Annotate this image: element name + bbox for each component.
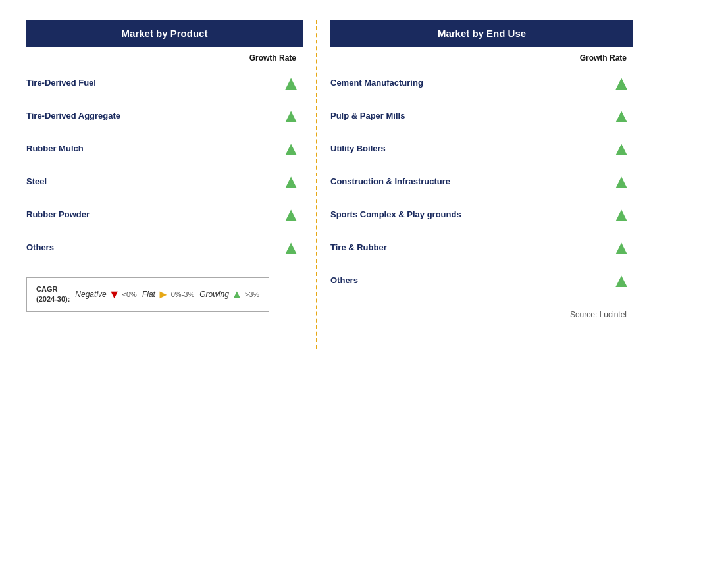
right-panel: Market by End Use Growth Rate Cement Man… <box>330 20 633 319</box>
left-item-arrow-3: ▲ <box>279 172 303 192</box>
left-item-row: Tire-Derived Aggregate ▲ <box>26 99 303 132</box>
left-item-row: Tire-Derived Fuel ▲ <box>26 67 303 99</box>
left-item-label-4: Rubber Powder <box>26 209 279 221</box>
left-item-label-1: Tire-Derived Aggregate <box>26 110 279 122</box>
negative-arrow-icon: ▼ <box>109 288 120 302</box>
right-item-row: Construction & Infrastructure ▲ <box>330 165 633 198</box>
left-item-arrow-1: ▲ <box>279 106 303 126</box>
up-arrow-icon: ▲ <box>281 73 301 93</box>
negative-label: Negative <box>75 290 106 299</box>
right-item-row: Pulp & Paper Mills ▲ <box>330 99 633 132</box>
left-panel-header: Market by Product <box>26 20 303 47</box>
up-arrow-icon: ▲ <box>281 106 301 126</box>
right-item-label-0: Cement Manufacturing <box>330 77 610 89</box>
flat-arrow-icon: ► <box>157 288 169 302</box>
right-item-label-3: Construction & Infrastructure <box>330 176 610 188</box>
left-item-row: Others ▲ <box>26 231 303 264</box>
right-item-arrow-2: ▲ <box>610 139 633 159</box>
right-item-row: Others ▲ <box>330 264 633 297</box>
left-item-label-5: Others <box>26 242 279 254</box>
left-item-label-3: Steel <box>26 176 279 188</box>
right-item-label-2: Utility Boilers <box>330 143 610 155</box>
right-item-arrow-0: ▲ <box>610 73 633 93</box>
left-item-arrow-2: ▲ <box>279 139 303 159</box>
right-item-row: Tire & Rubber ▲ <box>330 231 633 264</box>
left-item-label-2: Rubber Mulch <box>26 143 279 155</box>
right-item-row: Sports Complex & Play grounds ▲ <box>330 198 633 231</box>
right-item-label-5: Tire & Rubber <box>330 242 610 254</box>
right-item-arrow-3: ▲ <box>610 172 633 192</box>
right-items-list: Cement Manufacturing ▲ Pulp & Paper Mill… <box>330 67 633 297</box>
right-item-arrow-1: ▲ <box>610 106 633 126</box>
left-item-label-0: Tire-Derived Fuel <box>26 77 279 89</box>
up-arrow-icon: ▲ <box>281 172 301 192</box>
right-item-label-6: Others <box>330 275 610 286</box>
legend-negative: Negative ▼ <0% <box>75 288 137 302</box>
left-item-row: Rubber Powder ▲ <box>26 198 303 231</box>
up-arrow-icon: ▲ <box>611 106 631 126</box>
left-item-row: Rubber Mulch ▲ <box>26 132 303 165</box>
up-arrow-icon: ▲ <box>281 139 301 159</box>
growing-arrow-icon: ▲ <box>231 288 243 302</box>
up-arrow-icon: ▲ <box>611 238 631 257</box>
left-items-list: Tire-Derived Fuel ▲ Tire-Derived Aggrega… <box>26 67 303 264</box>
growing-range: >3% <box>245 290 259 298</box>
right-item-arrow-4: ▲ <box>610 205 633 225</box>
up-arrow-icon: ▲ <box>611 73 631 93</box>
left-growth-label: Growth Rate <box>26 53 303 63</box>
left-item-arrow-4: ▲ <box>279 205 303 225</box>
right-item-label-1: Pulp & Paper Mills <box>330 110 610 122</box>
left-item-row: Steel ▲ <box>26 165 303 198</box>
legend-growing: Growing ▲ >3% <box>199 288 259 302</box>
flat-label: Flat <box>142 290 155 299</box>
negative-range: <0% <box>122 290 137 298</box>
left-item-arrow-5: ▲ <box>279 238 303 257</box>
right-item-arrow-6: ▲ <box>610 271 633 290</box>
up-arrow-icon: ▲ <box>281 238 301 257</box>
right-panel-header: Market by End Use <box>330 20 633 47</box>
right-item-row: Utility Boilers ▲ <box>330 132 633 165</box>
legend-flat: Flat ► 0%-3% <box>142 288 194 302</box>
up-arrow-icon: ▲ <box>281 205 301 225</box>
legend-box: CAGR(2024-30): Negative ▼ <0% Flat ► 0%-… <box>26 277 269 312</box>
right-item-row: Cement Manufacturing ▲ <box>330 67 633 99</box>
left-panel: Market by Product Growth Rate Tire-Deriv… <box>26 20 303 312</box>
up-arrow-icon: ▲ <box>611 271 631 290</box>
up-arrow-icon: ▲ <box>611 205 631 225</box>
right-growth-label: Growth Rate <box>330 53 633 63</box>
source-text: Source: Lucintel <box>330 310 633 319</box>
growing-label: Growing <box>199 290 229 299</box>
right-item-label-4: Sports Complex & Play grounds <box>330 209 610 221</box>
right-item-arrow-5: ▲ <box>610 238 633 257</box>
panel-divider <box>316 20 317 349</box>
flat-range: 0%-3% <box>171 290 194 298</box>
up-arrow-icon: ▲ <box>611 139 631 159</box>
up-arrow-icon: ▲ <box>611 172 631 192</box>
cagr-label: CAGR(2024-30): <box>36 284 70 305</box>
left-item-arrow-0: ▲ <box>279 73 303 93</box>
